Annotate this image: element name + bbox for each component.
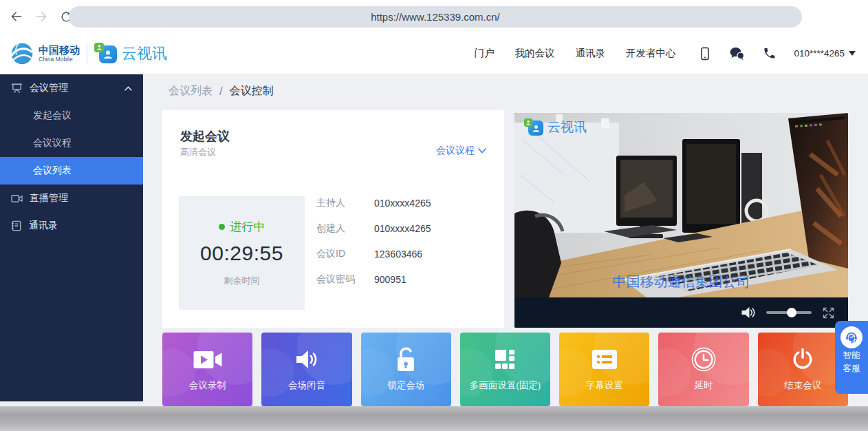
screen: https://www.125339.com.cn/ 中国移动 China Mo… <box>0 0 868 431</box>
account-menu[interactable]: 010****4265 <box>794 48 856 59</box>
yunshixun-logo-icon <box>94 43 118 65</box>
remaining-time: 00:29:55 <box>200 242 283 265</box>
action-multi-screen-settings[interactable]: 多画面设置(固定) <box>460 333 550 406</box>
product-name: 云视讯 <box>122 43 167 64</box>
record-camera-icon <box>193 346 222 372</box>
action-record-meeting[interactable]: 会议录制 <box>162 333 252 406</box>
action-lock-venue[interactable]: 锁定会场 <box>361 333 451 406</box>
live-management-icon <box>11 193 23 204</box>
support-label-line1: 智能 <box>843 350 860 361</box>
main-content: 会议列表 / 会议控制 发起会议 高清会议 会议议程 进行中 <box>143 74 868 406</box>
meeting-actions: 会议录制 会场闭音 锁定会场 <box>162 333 848 406</box>
field-host: 主持人 010xxxx4265 <box>316 190 431 216</box>
sidebar-group-label: 通讯录 <box>29 220 58 232</box>
meeting-card: 发起会议 高清会议 会议议程 进行中 00:29:55 剩余时间 <box>162 110 504 328</box>
sidebar-item-start-meeting[interactable]: 发起会议 <box>0 102 143 129</box>
nav-contacts[interactable]: 通讯录 <box>575 47 605 60</box>
sidebar-item-meeting-list[interactable]: 会议列表 <box>0 157 143 185</box>
browser-toolbar: https://www.125339.com.cn/ <box>0 0 868 34</box>
sidebar-group-label: 直播管理 <box>30 192 68 204</box>
bottom-band <box>0 406 868 431</box>
chevron-down-icon <box>478 148 486 154</box>
unlock-icon <box>394 346 417 372</box>
breadcrumb-meeting-control: 会议控制 <box>229 84 273 98</box>
sidebar-group-label: 会议管理 <box>30 82 68 94</box>
action-subtitle-settings[interactable]: 字幕设置 <box>559 333 649 406</box>
china-mobile-wordmark: 中国移动 China Mobile <box>39 45 80 63</box>
chevron-up-icon <box>124 86 132 91</box>
headset-agent-icon <box>840 326 862 348</box>
breadcrumb-separator: / <box>219 85 222 98</box>
field-creator: 创建人 010xxxx4265 <box>316 216 431 241</box>
account-number: 010****4265 <box>794 48 845 59</box>
app-header: 中国移动 China Mobile 云视讯 门户 我的会议 通讯录 开发者中心 <box>0 33 868 74</box>
url-text: https://www.125339.com.cn/ <box>371 11 500 23</box>
phone-handset-icon[interactable] <box>763 47 776 60</box>
agenda-dropdown[interactable]: 会议议程 <box>436 145 486 157</box>
agenda-link-label: 会议议程 <box>436 145 475 157</box>
china-mobile-logo-icon <box>10 41 34 66</box>
sidebar: 会议管理 发起会议 会议议程 会议列表 直播管理 通讯录 <box>0 74 143 401</box>
multi-screen-icon <box>495 346 515 372</box>
remaining-caption: 剩余时间 <box>224 275 260 287</box>
video-frame-image <box>514 113 848 297</box>
header-icons <box>699 47 776 61</box>
field-meeting-password: 会议密码 900951 <box>316 266 431 292</box>
meeting-management-icon <box>11 83 23 94</box>
app-body: 会议管理 发起会议 会议议程 会议列表 直播管理 通讯录 <box>0 74 868 406</box>
support-label-line2: 客服 <box>843 363 860 375</box>
contacts-icon <box>11 220 22 231</box>
nav-portal[interactable]: 门户 <box>474 47 494 60</box>
mute-speaker-icon <box>295 346 318 372</box>
nav-developer-center[interactable]: 开发者中心 <box>626 47 676 60</box>
volume-slider-thumb[interactable] <box>787 308 796 317</box>
status-dot-icon <box>219 224 225 230</box>
forward-icon[interactable] <box>33 8 50 25</box>
speaker-icon[interactable] <box>740 305 757 320</box>
sidebar-item-meeting-agenda[interactable]: 会议议程 <box>0 129 143 157</box>
video-watermark-brand: 云视讯 <box>547 118 587 136</box>
field-meeting-id: 会议ID 123603466 <box>316 241 431 266</box>
smart-support-button[interactable]: 智能 客服 <box>835 321 868 394</box>
video-watermark-logo: 云视讯 <box>524 118 587 136</box>
fullscreen-icon[interactable] <box>821 306 836 320</box>
meeting-status-box: 进行中 00:29:55 剩余时间 <box>179 196 305 310</box>
video-watermark-company: 中国移动通信集团公司 <box>514 273 848 291</box>
meeting-subtitle: 高清会议 <box>180 146 216 158</box>
meeting-title: 发起会议 <box>180 128 230 145</box>
end-power-icon <box>791 346 814 372</box>
wechat-chat-icon[interactable] <box>729 47 745 61</box>
video-preview: 云视讯 中国移动通信集团公司 <box>514 113 848 328</box>
status-label: 进行中 <box>230 219 265 235</box>
sidebar-group-live-management[interactable]: 直播管理 <box>0 185 143 212</box>
breadcrumb: 会议列表 / 会议控制 <box>169 84 273 98</box>
volume-slider[interactable] <box>766 311 812 314</box>
meeting-fields: 主持人 010xxxx4265 创建人 010xxxx4265 会议ID 123… <box>316 190 431 292</box>
video-control-bar <box>514 297 848 328</box>
sidebar-group-meeting-management[interactable]: 会议管理 <box>0 74 143 102</box>
delay-clock-icon <box>691 346 716 372</box>
mobile-phone-icon[interactable] <box>699 47 711 61</box>
address-bar[interactable]: https://www.125339.com.cn/ <box>69 6 802 28</box>
action-extend-time[interactable]: 延时 <box>658 333 748 406</box>
sidebar-group-contacts[interactable]: 通讯录 <box>0 212 143 240</box>
header-nav: 门户 我的会议 通讯录 开发者中心 <box>474 47 675 60</box>
action-mute-venue[interactable]: 会场闭音 <box>261 333 351 406</box>
brand-divider <box>87 43 87 64</box>
caret-down-icon <box>849 51 856 56</box>
nav-my-meetings[interactable]: 我的会议 <box>514 47 554 60</box>
back-icon[interactable] <box>8 8 25 25</box>
subtitle-list-icon <box>592 346 618 372</box>
breadcrumb-meeting-list[interactable]: 会议列表 <box>169 84 213 98</box>
